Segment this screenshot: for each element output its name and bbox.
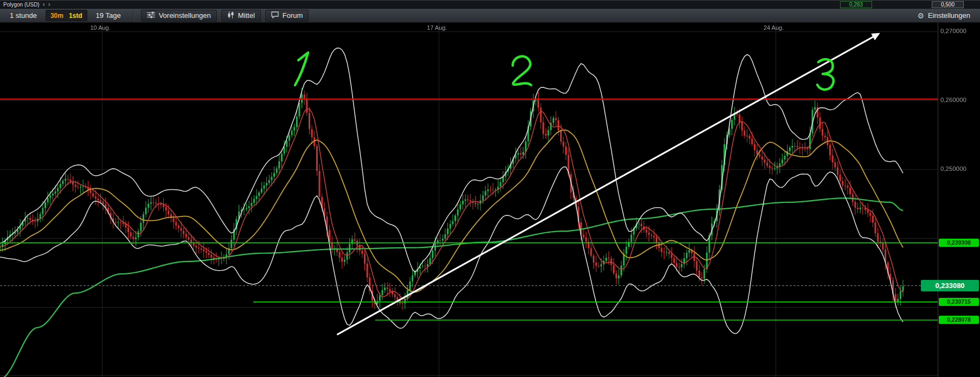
sliders-icon — [147, 11, 155, 20]
forum-label: Forum — [283, 11, 303, 20]
forum-button[interactable]: Forum — [265, 10, 309, 22]
timeframe-1std[interactable]: 1std — [69, 12, 82, 20]
range-button[interactable]: 19 Tage — [92, 10, 125, 21]
presets-label: Voreinstellungen — [159, 11, 211, 20]
chat-bubble-icon — [271, 11, 279, 20]
timeframe-button[interactable]: 1 stunde — [5, 10, 41, 21]
candlestick-icon — [227, 11, 234, 20]
timeframe-30m[interactable]: 30m — [50, 12, 63, 20]
presets-button[interactable]: Voreinstellungen — [141, 10, 217, 22]
chevron-right-icon[interactable]: › — [48, 2, 50, 7]
chart-area[interactable]: 10 Aug. 17 Aug. 24 Aug. 0,270000 0,26000… — [0, 23, 980, 377]
instrument-title: Polygon (USD) — [3, 2, 40, 8]
settings-button[interactable]: ⚙ Einstellungen — [913, 10, 975, 21]
toolbar-separator — [133, 11, 133, 21]
gear-icon: ⚙ — [917, 11, 924, 20]
buy-price-field[interactable]: 0,500 — [932, 1, 964, 8]
top-strip: Polygon (USD) ‹ › 0,283 0,500 — [0, 0, 980, 8]
trading-app: Polygon (USD) ‹ › 0,283 0,500 1 stunde 3… — [0, 0, 980, 377]
chart-toolbar: 1 stunde 30m 1std 19 Tage Voreinstellung… — [0, 8, 980, 23]
settings-label: Einstellungen — [928, 11, 970, 20]
indicators-label: Mittel — [238, 11, 255, 20]
price-chart-canvas[interactable] — [0, 23, 980, 377]
price-fields: 0,283 0,500 — [840, 1, 977, 8]
chevron-left-icon[interactable]: ‹ — [43, 2, 45, 7]
indicators-button[interactable]: Mittel — [221, 10, 261, 22]
instrument-selector[interactable]: Polygon (USD) ‹ › — [3, 2, 50, 8]
sell-price-field[interactable]: 0,283 — [840, 1, 872, 8]
timeframe-quick-switch: 30m 1std — [46, 10, 87, 21]
